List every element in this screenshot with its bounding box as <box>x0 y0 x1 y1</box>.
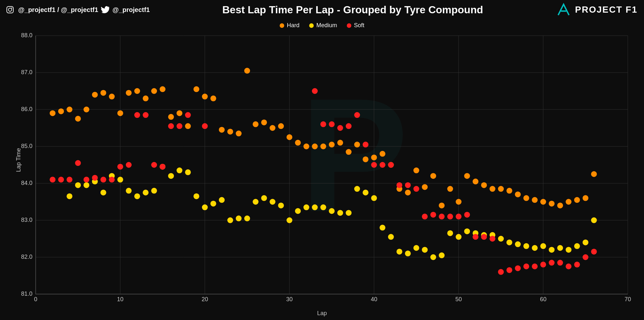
chart-canvas <box>0 0 644 320</box>
chart-container: @_projectf1 / @_projectf1 @_projectf1 Be… <box>0 0 644 320</box>
